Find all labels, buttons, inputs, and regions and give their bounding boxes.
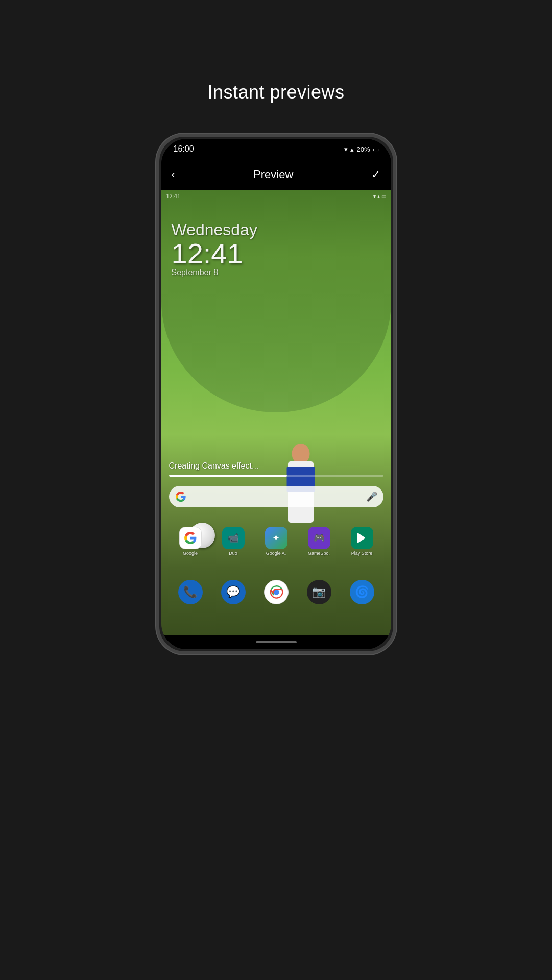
canvas-effect-text: Creating Canvas effect... — [169, 461, 383, 471]
phone-screen: 16:00 ▾ ▴ 20% ▭ ‹ Preview ✓ 12:41 ▾ — [161, 139, 391, 649]
search-bar[interactable]: 🎤 — [169, 486, 383, 507]
progress-bar-container — [169, 475, 383, 477]
child-head — [292, 444, 309, 464]
apps-row: Google 📹 Duo ✦ Google A. 🎮 — [169, 527, 383, 556]
confirm-button[interactable]: ✓ — [371, 168, 380, 181]
home-indicator-bar — [161, 635, 391, 649]
bottom-dock: 📞 💬 📷 🌀 — [169, 580, 383, 604]
preview-signal-icon: ▴ — [377, 193, 380, 199]
canvas-effect-overlay: Creating Canvas effect... — [169, 461, 383, 477]
google-logo — [175, 491, 186, 502]
list-item: 🎮 GameSpo. — [308, 527, 330, 556]
phone-dock-icon: 📞 — [178, 580, 203, 604]
preview-status-icons: ▾ ▴ ▭ — [373, 193, 386, 199]
gamespotlight-label: GameSpo. — [308, 551, 330, 556]
preview-status-bar: 12:41 ▾ ▴ ▭ — [161, 190, 391, 202]
signal-icon: ▴ — [350, 145, 354, 153]
extra-dock-icon: 🌀 — [350, 580, 374, 604]
google-assistant-label: Google A. — [266, 551, 286, 556]
play-store-icon — [351, 527, 373, 549]
status-icons: ▾ ▴ 20% ▭ — [344, 145, 378, 153]
preview-wifi-icon: ▾ — [373, 193, 376, 199]
status-bar: 16:00 ▾ ▴ 20% ▭ — [161, 139, 391, 159]
progress-bar-fill — [169, 475, 287, 477]
lock-time: 12:41 — [172, 239, 257, 268]
duo-app-icon: 📹 — [222, 527, 245, 549]
list-item: ✦ Google A. — [265, 527, 287, 556]
google-app-icon — [179, 527, 202, 549]
list-item: Google — [179, 527, 202, 556]
google-assistant-icon: ✦ — [265, 527, 287, 549]
gamespotlight-icon: 🎮 — [308, 527, 330, 549]
lock-date: September 8 — [172, 268, 257, 277]
list-item: Play Store — [351, 527, 373, 556]
google-app-label: Google — [183, 551, 198, 556]
battery-icon: ▭ — [373, 145, 379, 153]
wifi-icon: ▾ — [344, 145, 348, 153]
back-button[interactable]: ‹ — [172, 168, 175, 181]
lock-day: Wednesday — [172, 220, 257, 239]
preview-screen: 12:41 ▾ ▴ ▭ Wednesday 12:41 September 8 — [161, 190, 391, 635]
chrome-dock-icon — [264, 580, 289, 604]
page-title: Instant previews — [207, 82, 344, 103]
list-item: 📹 Duo — [222, 527, 245, 556]
camera-dock-icon: 📷 — [307, 580, 331, 604]
mic-icon: 🎤 — [366, 491, 377, 502]
preview-time: 12:41 — [166, 193, 181, 199]
phone-mockup: 16:00 ▾ ▴ 20% ▭ ‹ Preview ✓ 12:41 ▾ — [156, 134, 396, 654]
preview-battery-icon: ▭ — [381, 193, 386, 199]
app-bar: ‹ Preview ✓ — [161, 159, 391, 190]
lock-screen-info: Wednesday 12:41 September 8 — [172, 220, 257, 277]
home-indicator — [256, 641, 297, 643]
status-time: 16:00 — [174, 144, 194, 154]
play-store-label: Play Store — [351, 551, 373, 556]
messages-dock-icon: 💬 — [221, 580, 246, 604]
duo-app-label: Duo — [229, 551, 237, 556]
app-bar-title: Preview — [253, 168, 293, 181]
battery-percentage: 20% — [356, 145, 370, 153]
